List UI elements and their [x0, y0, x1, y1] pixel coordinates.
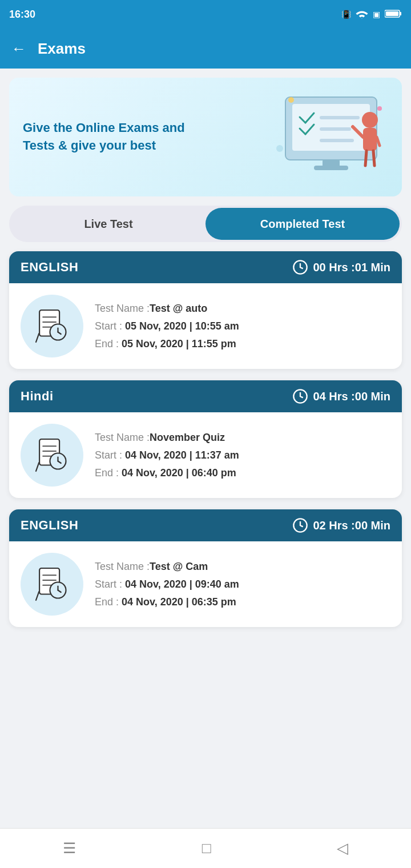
card-header-2: ENGLISH 02 Hrs :00 Min [9, 509, 402, 541]
back-button[interactable]: ← [11, 40, 26, 58]
status-time: 16:30 [9, 9, 35, 21]
svg-point-14 [362, 112, 378, 128]
menu-nav-icon[interactable]: ☰ [63, 839, 76, 857]
duration-2: 02 Hrs :00 Min [292, 517, 390, 533]
wifi-icon [356, 9, 368, 21]
page-title: Exams [38, 40, 86, 58]
duration-1: 04 Hrs :00 Min [292, 388, 390, 404]
vibrate-icon: 📳 [341, 10, 351, 19]
exam-card-1[interactable]: Hindi 04 Hrs :00 Min [9, 380, 402, 498]
svg-rect-11 [320, 139, 354, 142]
test-name-row-1: Test Name :November Quiz [95, 432, 239, 444]
subject-1: Hindi [21, 389, 54, 404]
subject-2: ENGLISH [21, 518, 78, 533]
card-details-0: Test Name :Test @ auto Start : 05 Nov, 2… [95, 303, 239, 350]
exam-card-2[interactable]: ENGLISH 02 Hrs :00 Min [9, 509, 402, 627]
svg-line-49 [36, 592, 39, 600]
banner-illustration [274, 91, 388, 183]
exam-list: ENGLISH 00 Hrs :01 Min [0, 251, 411, 638]
app-header: ← Exams [0, 29, 411, 69]
svg-line-31 [36, 333, 39, 342]
battery-icon [385, 9, 402, 20]
card-details-2: Test Name :Test @ Cam Start : 04 Nov, 20… [95, 561, 239, 608]
status-bar: 16:30 📳 ▣ [0, 0, 411, 29]
card-header-1: Hindi 04 Hrs :00 Min [9, 380, 402, 412]
end-row-0: End : 05 Nov, 2020 | 11:55 pm [95, 338, 239, 350]
svg-point-21 [377, 106, 382, 111]
start-row-1: Start : 04 Nov, 2020 | 11:37 am [95, 449, 239, 461]
card-body-0: Test Name :Test @ auto Start : 05 Nov, 2… [9, 283, 402, 369]
end-row-2: End : 04 Nov, 2020 | 06:35 pm [95, 596, 239, 608]
banner-text: Give the Online Exams and Tests & give y… [23, 119, 217, 155]
card-header-0: ENGLISH 00 Hrs :01 Min [9, 251, 402, 283]
card-body-1: Test Name :November Quiz Start : 04 Nov,… [9, 412, 402, 498]
status-icons: 📳 ▣ [341, 9, 402, 21]
tab-live-test[interactable]: Live Test [11, 208, 206, 240]
svg-rect-15 [363, 128, 377, 151]
svg-rect-10 [320, 127, 351, 131]
test-icon-1 [21, 424, 83, 487]
tab-completed-test[interactable]: Completed Test [206, 208, 400, 240]
promo-banner: Give the Online Exams and Tests & give y… [9, 78, 402, 196]
svg-line-40 [36, 463, 39, 471]
svg-line-18 [365, 151, 366, 166]
start-row-2: Start : 04 Nov, 2020 | 09:40 am [95, 578, 239, 590]
test-icon-2 [21, 553, 83, 616]
card-details-1: Test Name :November Quiz Start : 04 Nov,… [95, 432, 239, 479]
svg-rect-13 [314, 166, 348, 170]
exam-card-0[interactable]: ENGLISH 00 Hrs :01 Min [9, 251, 402, 369]
bottom-nav: ☰ □ ◁ [0, 828, 411, 868]
test-icon-0 [21, 295, 83, 357]
svg-point-22 [276, 145, 283, 152]
card-body-2: Test Name :Test @ Cam Start : 04 Nov, 20… [9, 541, 402, 627]
svg-rect-1 [400, 12, 401, 15]
duration-0: 00 Hrs :01 Min [292, 259, 390, 275]
svg-rect-2 [386, 11, 398, 16]
subject-0: ENGLISH [21, 260, 78, 275]
screen-icon: ▣ [373, 10, 380, 19]
svg-point-20 [288, 97, 294, 103]
end-row-1: End : 04 Nov, 2020 | 06:40 pm [95, 467, 239, 479]
test-name-row-2: Test Name :Test @ Cam [95, 561, 239, 573]
tab-switcher: Live Test Completed Test [9, 206, 402, 242]
svg-rect-9 [320, 116, 360, 119]
test-name-row-0: Test Name :Test @ auto [95, 303, 239, 315]
home-nav-icon[interactable]: □ [202, 839, 211, 857]
svg-line-19 [373, 151, 374, 166]
start-row-0: Start : 05 Nov, 2020 | 10:55 am [95, 320, 239, 332]
back-nav-icon[interactable]: ◁ [337, 839, 348, 857]
